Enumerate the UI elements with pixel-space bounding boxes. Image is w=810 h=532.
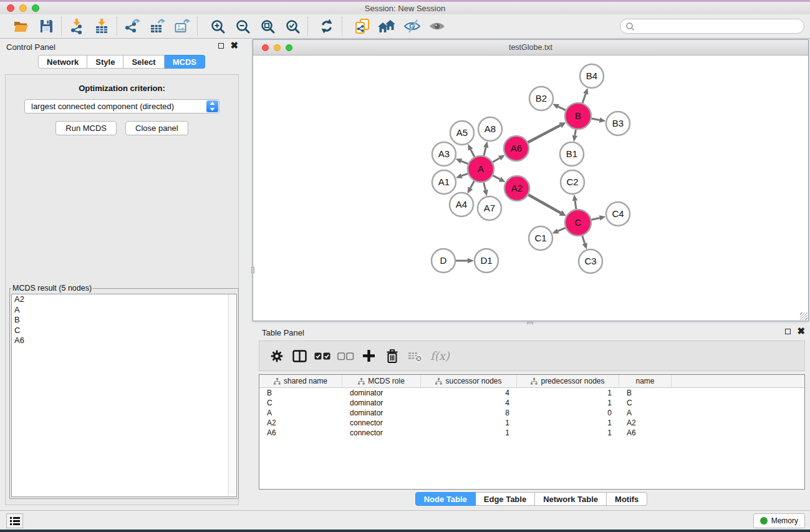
graph-node-A4[interactable]: A4 bbox=[450, 193, 473, 216]
criterion-dropdown[interactable]: largest connected component (directed) bbox=[24, 99, 219, 114]
graph-edge-A-A1[interactable] bbox=[456, 173, 468, 178]
first-neighbors-button[interactable] bbox=[375, 16, 400, 36]
table-cell[interactable]: B bbox=[619, 389, 672, 397]
table-cell[interactable]: A6 bbox=[259, 428, 342, 437]
graph-node-A7[interactable]: A7 bbox=[478, 196, 501, 220]
graph-edge-C-C4[interactable] bbox=[591, 215, 605, 220]
import-network-button[interactable] bbox=[64, 16, 89, 36]
tab-network-table[interactable]: Network Table bbox=[535, 492, 607, 506]
graph-node-C[interactable]: C bbox=[565, 210, 591, 236]
graph-node-C3[interactable]: C3 bbox=[579, 249, 602, 273]
zoom-selected-button[interactable] bbox=[280, 16, 305, 36]
float-panel-icon[interactable] bbox=[218, 43, 224, 49]
graph-node-A6[interactable]: A6 bbox=[504, 136, 529, 161]
deselect-all-rows-button[interactable] bbox=[334, 346, 357, 367]
column-header-name[interactable]: name bbox=[619, 375, 672, 387]
float-table-panel-icon[interactable] bbox=[785, 329, 791, 334]
graph-edge-A-A4[interactable] bbox=[468, 181, 475, 193]
show-all-button[interactable] bbox=[425, 16, 450, 36]
table-cell[interactable]: connector bbox=[342, 418, 421, 427]
table-cell[interactable]: dominator bbox=[342, 409, 421, 417]
window-resize-grip[interactable] bbox=[800, 312, 808, 320]
table-cell[interactable]: 1 bbox=[517, 399, 619, 407]
new-network-from-selection-button[interactable] bbox=[350, 16, 375, 36]
tab-node-table[interactable]: Node Table bbox=[415, 492, 476, 506]
export-network-button[interactable] bbox=[120, 16, 145, 36]
table-row[interactable]: Bdominator41B bbox=[259, 388, 804, 398]
table-cell[interactable]: A2 bbox=[259, 418, 342, 427]
table-cell[interactable]: 4 bbox=[421, 389, 517, 397]
result-item-c[interactable]: C bbox=[12, 326, 236, 336]
tab-mcds[interactable]: MCDS bbox=[165, 55, 205, 69]
graph-node-C2[interactable]: C2 bbox=[561, 170, 584, 194]
tab-style[interactable]: Style bbox=[87, 55, 123, 69]
graph-edge-A-A7[interactable] bbox=[483, 182, 488, 196]
result-item-a2[interactable]: A2 bbox=[12, 294, 236, 305]
graph-node-A1[interactable]: A1 bbox=[432, 170, 456, 194]
result-scrollbar[interactable] bbox=[228, 294, 236, 496]
graph-node-A8[interactable]: A8 bbox=[478, 117, 502, 141]
table-cell[interactable]: 1 bbox=[517, 428, 619, 437]
graph-edge-C-C2[interactable] bbox=[572, 195, 578, 209]
select-all-rows-button[interactable] bbox=[311, 346, 334, 367]
delete-columns-button[interactable] bbox=[380, 346, 403, 367]
delete-table-button[interactable] bbox=[403, 346, 427, 367]
graph-edge-A-A6[interactable] bbox=[493, 155, 505, 162]
graph-edge-C-C1[interactable] bbox=[552, 228, 565, 233]
open-session-button[interactable] bbox=[9, 16, 34, 36]
graph-edge-A-A8[interactable] bbox=[483, 141, 488, 155]
table-cell[interactable]: C bbox=[259, 399, 342, 407]
search-input[interactable] bbox=[638, 22, 804, 31]
apply-layout-button[interactable] bbox=[314, 16, 339, 36]
graph-node-B3[interactable]: B3 bbox=[606, 112, 630, 135]
graph-edge-D-D1[interactable] bbox=[456, 258, 474, 264]
table-row[interactable]: Cdominator41C bbox=[259, 398, 804, 408]
table-cell[interactable]: B bbox=[259, 389, 342, 397]
tab-edge-table[interactable]: Edge Table bbox=[476, 492, 535, 506]
export-image-button[interactable] bbox=[170, 16, 195, 36]
table-cell[interactable]: 1 bbox=[421, 428, 517, 437]
graph-edge-B-B3[interactable] bbox=[592, 117, 606, 122]
save-session-button[interactable] bbox=[34, 16, 59, 36]
close-table-panel-icon[interactable]: ✖ bbox=[797, 328, 805, 334]
table-cell[interactable]: A6 bbox=[619, 428, 672, 437]
graph-edge-A-A3[interactable] bbox=[456, 158, 468, 163]
create-new-column-button[interactable] bbox=[357, 346, 380, 367]
graph-node-B[interactable]: B bbox=[565, 103, 591, 129]
graph-node-C4[interactable]: C4 bbox=[606, 202, 630, 226]
zoom-in-button[interactable] bbox=[205, 16, 230, 36]
graph-edge-C-C3[interactable] bbox=[582, 236, 587, 249]
graph-node-A2[interactable]: A2 bbox=[504, 176, 529, 201]
table-cell[interactable]: 0 bbox=[517, 409, 619, 417]
graph-node-A5[interactable]: A5 bbox=[450, 121, 474, 145]
graph-edge-A-A2[interactable] bbox=[493, 175, 505, 182]
hide-selected-button[interactable] bbox=[400, 16, 425, 36]
zoom-out-button[interactable] bbox=[230, 16, 255, 36]
result-item-a[interactable]: A bbox=[12, 305, 236, 316]
run-mcds-button[interactable]: Run MCDS bbox=[55, 121, 117, 135]
zoom-fit-button[interactable] bbox=[255, 16, 280, 36]
memory-button[interactable]: Memory bbox=[753, 513, 805, 528]
graph-node-B2[interactable]: B2 bbox=[529, 87, 553, 110]
table-row[interactable]: A6connector11A6 bbox=[259, 428, 804, 438]
table-options-button[interactable] bbox=[265, 346, 288, 367]
graph-edge-A6-B[interactable] bbox=[528, 122, 566, 142]
table-cell[interactable]: 1 bbox=[517, 418, 619, 427]
table-cell[interactable]: A bbox=[259, 409, 342, 417]
table-row[interactable]: Adominator80A bbox=[259, 408, 804, 418]
table-cell[interactable]: connector bbox=[342, 428, 421, 437]
graph-edge-A-A5[interactable] bbox=[468, 144, 475, 157]
export-table-button[interactable] bbox=[145, 16, 170, 36]
graph-edge-B-B4[interactable] bbox=[582, 88, 588, 103]
table-cell[interactable]: 4 bbox=[421, 399, 517, 407]
result-item-b[interactable]: B bbox=[12, 315, 236, 326]
graph-edge-A2-C[interactable] bbox=[528, 195, 566, 216]
column-header-MCDS-role[interactable]: MCDS role bbox=[342, 375, 421, 387]
table-cell[interactable]: dominator bbox=[342, 399, 421, 407]
graph-node-D[interactable]: D bbox=[432, 249, 455, 273]
tab-select[interactable]: Select bbox=[123, 55, 164, 69]
graph-edge-B-B1[interactable] bbox=[572, 130, 577, 142]
search-field[interactable] bbox=[620, 19, 804, 34]
tab-network[interactable]: Network bbox=[38, 55, 87, 69]
column-header-successor-nodes[interactable]: successor nodes bbox=[421, 375, 517, 387]
